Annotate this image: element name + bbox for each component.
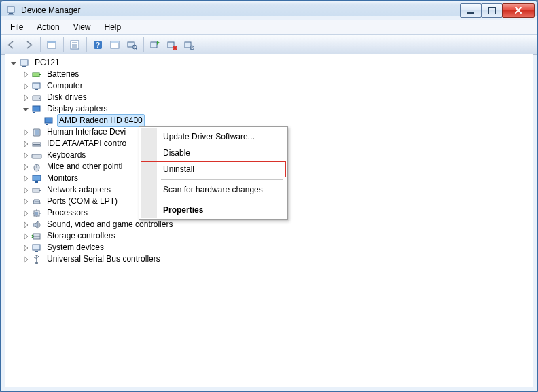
tree-item-batteries[interactable]: Batteries bbox=[10, 69, 533, 80]
expand-icon[interactable] bbox=[22, 163, 30, 171]
menu-action[interactable]: Action bbox=[31, 21, 65, 33]
tree-label: Sound, video and game controllers bbox=[45, 219, 175, 230]
forward-button[interactable] bbox=[20, 37, 37, 53]
disable-icon bbox=[183, 39, 194, 50]
menu-help[interactable]: Help bbox=[99, 21, 127, 33]
separator bbox=[86, 37, 87, 52]
ide-icon bbox=[31, 139, 42, 149]
expand-icon[interactable] bbox=[22, 128, 30, 137]
tree-item-usb[interactable]: Universal Serial Bus controllers bbox=[10, 253, 533, 265]
svg-rect-30 bbox=[33, 112, 35, 113]
expand-icon[interactable] bbox=[22, 255, 30, 264]
collapse-icon[interactable] bbox=[10, 59, 18, 67]
menu-view[interactable]: View bbox=[68, 21, 96, 33]
context-menu: Update Driver Software... Disable Uninst… bbox=[139, 126, 288, 220]
tree-label: Display adapters bbox=[45, 103, 109, 115]
minimize-icon bbox=[467, 12, 474, 14]
properties-button[interactable] bbox=[67, 37, 83, 53]
tree-label: Processors bbox=[45, 207, 90, 219]
storage-icon bbox=[31, 231, 42, 242]
maximize-button[interactable] bbox=[481, 3, 503, 18]
separator bbox=[63, 37, 64, 52]
tree-item-amd-radeon[interactable]: AMD Radeon HD 8400 bbox=[10, 115, 533, 126]
battery-icon bbox=[31, 69, 42, 80]
svg-rect-23 bbox=[33, 73, 39, 77]
titlebar[interactable]: Device Manager bbox=[1, 1, 537, 20]
expand-icon[interactable] bbox=[22, 221, 30, 229]
update-driver-button[interactable] bbox=[147, 37, 163, 53]
expand-icon[interactable] bbox=[22, 94, 30, 102]
pc-icon bbox=[31, 81, 42, 92]
ctx-uninstall[interactable]: Uninstall bbox=[141, 161, 286, 177]
svg-rect-4 bbox=[48, 41, 56, 43]
tree-label: Universal Serial Bus controllers bbox=[45, 253, 162, 265]
expand-icon[interactable] bbox=[22, 244, 30, 252]
tree-panel: PC121 Batteries Computer Disk drives bbox=[5, 54, 533, 387]
display-adapter-icon bbox=[43, 115, 54, 126]
menu-bar: File Action View Help bbox=[1, 20, 537, 35]
svg-rect-39 bbox=[35, 156, 35, 156]
uninstall-icon bbox=[166, 39, 177, 50]
expand-icon[interactable] bbox=[22, 175, 30, 183]
update-icon bbox=[149, 39, 160, 50]
svg-rect-34 bbox=[35, 130, 39, 135]
ctx-disable[interactable]: Disable bbox=[141, 145, 286, 161]
properties-icon bbox=[69, 39, 80, 50]
disable-button[interactable] bbox=[181, 37, 197, 53]
tree-item-storage[interactable]: Storage controllers bbox=[10, 230, 533, 242]
separator bbox=[143, 37, 144, 52]
tree-item-sound[interactable]: Sound, video and game controllers bbox=[10, 219, 533, 230]
back-button[interactable] bbox=[3, 37, 20, 53]
collapse-icon[interactable] bbox=[22, 105, 30, 113]
svg-rect-21 bbox=[20, 60, 28, 65]
expand-icon[interactable] bbox=[22, 82, 30, 90]
panel-icon bbox=[46, 39, 57, 50]
help-button[interactable]: ? bbox=[90, 37, 106, 53]
expand-icon[interactable] bbox=[22, 186, 30, 194]
port-icon bbox=[31, 196, 42, 207]
svg-rect-16 bbox=[151, 42, 157, 48]
action-button[interactable] bbox=[107, 37, 123, 53]
app-icon bbox=[6, 5, 17, 16]
tree-label: Network adapters bbox=[45, 184, 113, 196]
tree-item-computer[interactable]: Computer bbox=[10, 80, 533, 92]
expand-icon[interactable] bbox=[22, 152, 30, 160]
svg-rect-58 bbox=[33, 245, 40, 250]
hid-icon bbox=[31, 127, 42, 138]
minimize-button[interactable] bbox=[460, 3, 482, 18]
ctx-scan[interactable]: Scan for hardware changes bbox=[141, 181, 286, 198]
system-icon bbox=[31, 243, 42, 253]
separator bbox=[40, 37, 41, 52]
show-hide-tree-button[interactable] bbox=[43, 37, 60, 53]
svg-rect-29 bbox=[33, 106, 40, 111]
window-title: Device Manager bbox=[21, 5, 80, 15]
expand-icon[interactable] bbox=[22, 209, 30, 217]
tree-item-system[interactable]: System devices bbox=[10, 242, 533, 253]
expand-icon[interactable] bbox=[22, 232, 30, 240]
tree-label: Monitors bbox=[45, 173, 80, 184]
expand-icon[interactable] bbox=[22, 71, 30, 79]
expand-icon[interactable] bbox=[22, 140, 30, 148]
network-icon bbox=[31, 185, 42, 196]
svg-rect-2 bbox=[8, 14, 14, 15]
tree-item-display-adapters[interactable]: Display adapters bbox=[10, 103, 533, 115]
help-icon: ? bbox=[92, 39, 103, 50]
ctx-update-driver[interactable]: Update Driver Software... bbox=[141, 128, 286, 145]
expand-icon[interactable] bbox=[22, 198, 30, 206]
tree-root[interactable]: PC121 bbox=[10, 57, 533, 69]
close-button[interactable] bbox=[502, 3, 535, 18]
tree-label: Ports (COM & LPT) bbox=[45, 196, 120, 207]
svg-text:?: ? bbox=[96, 41, 100, 49]
close-icon bbox=[514, 6, 522, 14]
menu-file[interactable]: File bbox=[5, 21, 29, 33]
svg-rect-13 bbox=[128, 42, 134, 47]
tree-label: Computer bbox=[45, 80, 85, 92]
svg-rect-22 bbox=[22, 66, 26, 67]
ctx-properties[interactable]: Properties bbox=[141, 202, 286, 218]
uninstall-button[interactable] bbox=[164, 37, 180, 53]
tree-item-disk-drives[interactable]: Disk drives bbox=[10, 92, 533, 103]
svg-line-15 bbox=[136, 48, 137, 50]
monitor-icon bbox=[31, 173, 42, 184]
scan-button[interactable] bbox=[124, 37, 140, 53]
window-icon bbox=[109, 39, 120, 50]
